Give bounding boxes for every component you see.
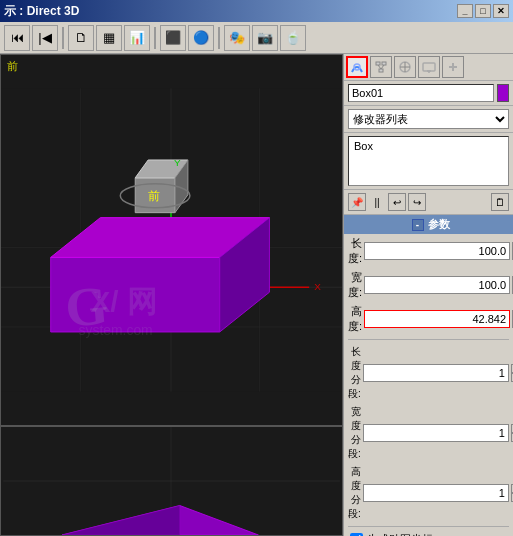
param-row-height: 高度: ▲ ▼ (344, 302, 513, 336)
titlebar-title: 示 : Direct 3D (4, 3, 79, 20)
params-collapse-btn[interactable]: - (412, 219, 424, 231)
param-input-width-segs[interactable] (363, 424, 509, 442)
toolbar-btn-3[interactable]: ▦ (96, 25, 122, 51)
toolbar-btn-7[interactable]: 🎭 (224, 25, 250, 51)
svg-rect-28 (376, 62, 380, 65)
param-label-height: 高度: (348, 304, 362, 334)
params-header-label: 参数 (428, 217, 450, 232)
toolbar-btn-4[interactable]: 📊 (124, 25, 150, 51)
param-input-length[interactable] (364, 242, 510, 260)
object-name-row (344, 81, 513, 106)
param-row-length-segs: 长度分段: ▲ ▼ (344, 343, 513, 403)
close-button[interactable]: ✕ (493, 4, 509, 18)
svg-rect-30 (379, 69, 383, 72)
param-label-height-segs: 高度分段: (348, 465, 361, 521)
param-label-width: 宽度: (348, 270, 362, 300)
toolbar-btn-6[interactable]: 🔵 (188, 25, 214, 51)
param-divider-2 (348, 526, 509, 527)
svg-rect-29 (382, 62, 386, 65)
rp-btn-display[interactable] (418, 56, 440, 78)
right-panel: 修改器列表 Box 📌 || ↩ ↪ 🗒 - 参数 长度: (343, 54, 513, 536)
main-toolbar: ⏮ |◀ 🗋 ▦ 📊 ⬛ 🔵 🎭 📷 🍵 (0, 22, 513, 54)
object-color-swatch[interactable] (497, 84, 509, 102)
modifier-dropdown[interactable]: 修改器列表 (348, 109, 509, 129)
minimize-button[interactable]: _ (457, 4, 473, 18)
modifier-item-box[interactable]: Box (352, 139, 505, 153)
svg-line-32 (381, 65, 384, 69)
toolbar-btn-1[interactable]: |◀ (32, 25, 58, 51)
svg-text:Y: Y (174, 157, 181, 168)
object-name-input[interactable] (348, 84, 494, 102)
viewport-top[interactable]: 前 (0, 54, 343, 426)
toolbar-btn-0[interactable]: ⏮ (4, 25, 30, 51)
rp-icon-toolbar (344, 54, 513, 81)
titlebar-controls: _ □ ✕ (457, 4, 509, 18)
viewport-bottom[interactable] (0, 426, 343, 536)
toolbar-btn-5[interactable]: ⬛ (160, 25, 186, 51)
param-input-length-segs[interactable] (363, 364, 509, 382)
param-label-length-segs: 长度分段: (348, 345, 361, 401)
rp-undo-button[interactable]: ↩ (388, 193, 406, 211)
toolbar-sep-3 (218, 27, 220, 49)
svg-text:system.com: system.com (79, 322, 153, 338)
param-input-height-segs[interactable] (363, 484, 509, 502)
param-label-length: 长度: (348, 236, 362, 266)
toolbar-sep-2 (154, 27, 156, 49)
rp-btn-modify[interactable] (346, 56, 368, 78)
checkbox-label-uvw: 生成贴图坐标 (367, 532, 433, 536)
rp-separator-btn: || (368, 193, 386, 211)
rp-btn-hierarchy[interactable] (370, 56, 392, 78)
titlebar: 示 : Direct 3D _ □ ✕ (0, 0, 513, 22)
rp-btn-utilities[interactable] (442, 56, 464, 78)
toolbar-btn-2[interactable]: 🗋 (68, 25, 94, 51)
param-input-height[interactable] (364, 310, 510, 328)
checkbox-row-uvw: 生成贴图坐标 (344, 530, 513, 536)
param-row-width-segs: 宽度分段: ▲ ▼ (344, 403, 513, 463)
maximize-button[interactable]: □ (475, 4, 491, 18)
rp-bottom-toolbar: 📌 || ↩ ↪ 🗒 (344, 189, 513, 215)
svg-text:X: X (314, 281, 321, 292)
rp-copy-button[interactable]: 🗒 (491, 193, 509, 211)
param-row-width: 宽度: ▲ ▼ (344, 268, 513, 302)
param-input-width[interactable] (364, 276, 510, 294)
viewport-scene-svg: 前 G X/ 网 system.com X Y (1, 55, 342, 425)
param-row-length: 长度: ▲ ▼ (344, 234, 513, 268)
main-area: 前 (0, 54, 513, 536)
param-divider-1 (348, 339, 509, 340)
modifier-dropdown-row: 修改器列表 (344, 106, 513, 133)
params-section: - 参数 长度: ▲ ▼ 宽度: ▲ ▼ (344, 215, 513, 536)
svg-text:前: 前 (148, 189, 160, 203)
toolbar-sep-1 (62, 27, 64, 49)
viewport-area: 前 (0, 54, 343, 536)
param-label-width-segs: 宽度分段: (348, 405, 361, 461)
svg-rect-36 (423, 63, 435, 71)
modifier-list: Box (348, 136, 509, 186)
rp-redo-button[interactable]: ↪ (408, 193, 426, 211)
param-row-height-segs: 高度分段: ▲ ▼ (344, 463, 513, 523)
toolbar-btn-9[interactable]: 🍵 (280, 25, 306, 51)
rp-pin-button[interactable]: 📌 (348, 193, 366, 211)
svg-text:X/ 网: X/ 网 (90, 285, 156, 318)
svg-line-31 (378, 65, 381, 69)
rp-btn-motion[interactable] (394, 56, 416, 78)
toolbar-btn-8[interactable]: 📷 (252, 25, 278, 51)
viewport-bottom-svg (1, 427, 342, 535)
params-header: - 参数 (344, 215, 513, 234)
